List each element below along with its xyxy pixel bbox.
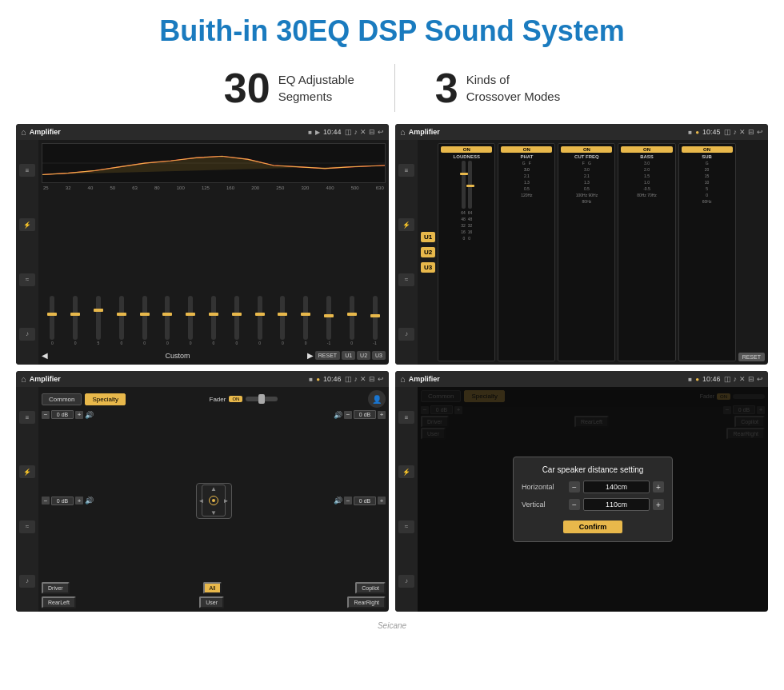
u3-crossover-btn[interactable]: U3 <box>421 262 435 273</box>
slider-track[interactable] <box>50 296 54 340</box>
reset-btn[interactable]: RESET <box>315 351 340 360</box>
u1-crossover-btn[interactable]: U1 <box>421 232 435 242</box>
lr-minus-btn[interactable]: − <box>42 497 50 505</box>
slider-thumb[interactable] <box>209 313 218 316</box>
rr-plus-btn[interactable]: + <box>378 497 386 505</box>
confirm-btn[interactable]: Confirm <box>563 520 623 533</box>
all-btn[interactable]: All <box>203 582 222 594</box>
vertical-plus-btn[interactable]: + <box>653 499 664 510</box>
sidebar-btn-c1[interactable]: ≡ <box>398 164 414 177</box>
slider-thumb[interactable] <box>278 313 287 316</box>
sidebar-btn-s3[interactable]: ≈ <box>19 520 35 533</box>
v-slider-l1[interactable] <box>462 161 466 209</box>
rr-minus-btn[interactable]: − <box>344 497 352 505</box>
eq-next-btn[interactable]: ▶ <box>307 351 314 360</box>
slider-track[interactable] <box>73 296 78 340</box>
specialty-tab-3[interactable]: Specialty <box>85 393 125 405</box>
sidebar-btn-d1[interactable]: ≡ <box>398 411 414 424</box>
slider-thumb[interactable] <box>301 313 310 316</box>
slider-thumb[interactable] <box>70 313 80 316</box>
u3-btn[interactable]: U3 <box>372 351 386 360</box>
driver-btn[interactable]: Driver <box>42 582 70 594</box>
sidebar-btn-d2[interactable]: ⚡ <box>398 465 414 478</box>
slider-thumb[interactable] <box>47 313 57 316</box>
slider-thumb[interactable] <box>466 185 474 187</box>
loudness-on[interactable]: ON <box>441 146 492 153</box>
home-icon[interactable]: ⌂ <box>21 127 26 137</box>
slider-thumb[interactable] <box>324 314 334 317</box>
u2-btn[interactable]: U2 <box>357 351 370 360</box>
horizontal-minus-btn[interactable]: − <box>569 481 580 493</box>
slider-thumb[interactable] <box>162 313 172 316</box>
rf-plus-btn[interactable]: + <box>378 411 386 419</box>
slider-track[interactable] <box>326 296 331 340</box>
u1-btn[interactable]: U1 <box>342 351 355 360</box>
rearright-btn[interactable]: RearRight <box>347 596 386 608</box>
down-arrow[interactable]: ▼ <box>210 509 217 517</box>
sidebar-btn-c4[interactable]: ♪ <box>398 328 414 341</box>
lr-plus-btn[interactable]: + <box>75 497 83 505</box>
slider-track[interactable] <box>303 296 308 340</box>
eq-prev-btn[interactable]: ◀ <box>42 351 48 360</box>
slider-track[interactable] <box>211 296 216 340</box>
slider-thumb[interactable] <box>140 313 150 316</box>
slider-track[interactable] <box>165 296 170 340</box>
home-icon-2[interactable]: ⌂ <box>400 127 406 137</box>
sidebar-btn-1[interactable]: ≡ <box>19 164 35 177</box>
slider-thumb[interactable] <box>370 314 380 317</box>
horizontal-plus-btn[interactable]: + <box>653 481 664 493</box>
sub-on[interactable]: ON <box>682 146 733 153</box>
slider-track[interactable] <box>350 296 354 340</box>
cutfreq-on[interactable]: ON <box>561 146 612 153</box>
slider-thumb[interactable] <box>232 313 242 316</box>
sidebar-btn-d4[interactable]: ♪ <box>398 575 414 588</box>
rr-db-input[interactable]: 0 dB <box>354 497 376 505</box>
sidebar-btn-c3[interactable]: ≈ <box>398 273 414 286</box>
sidebar-btn-s1[interactable]: ≡ <box>19 411 35 424</box>
slider-track[interactable] <box>280 296 285 340</box>
slider-track[interactable] <box>142 296 147 340</box>
slider-track[interactable] <box>188 296 193 340</box>
avatar-btn-3[interactable]: 👤 <box>368 390 386 408</box>
rf-minus-btn[interactable]: − <box>344 411 352 419</box>
vertical-minus-btn[interactable]: − <box>569 499 580 510</box>
slider-thumb[interactable] <box>460 173 468 175</box>
slider-track[interactable] <box>119 296 124 340</box>
lf-db-input[interactable]: 0 dB <box>51 410 74 419</box>
slider-thumb[interactable] <box>255 313 265 316</box>
sidebar-btn-c2[interactable]: ⚡ <box>398 218 414 231</box>
v-slider-l2[interactable] <box>468 161 472 209</box>
slider-thumb[interactable] <box>94 309 103 312</box>
bass-on[interactable]: ON <box>621 146 672 153</box>
copilot-btn[interactable]: Copilot <box>355 582 386 594</box>
slider-track[interactable] <box>373 296 378 340</box>
phat-on[interactable]: ON <box>501 146 552 153</box>
fader-slider[interactable] <box>246 397 278 401</box>
sidebar-btn-s2[interactable]: ⚡ <box>19 465 35 478</box>
up-arrow[interactable]: ▲ <box>210 485 217 493</box>
home-icon-4[interactable]: ⌂ <box>400 374 406 384</box>
sidebar-btn-4[interactable]: ♪ <box>19 328 35 341</box>
left-arrow[interactable]: ◄ <box>198 497 205 505</box>
u2-crossover-btn[interactable]: U2 <box>421 247 435 257</box>
slider-track[interactable] <box>234 296 239 340</box>
rearleft-btn[interactable]: RearLeft <box>42 596 76 608</box>
slider-thumb[interactable] <box>186 313 195 316</box>
home-icon-3[interactable]: ⌂ <box>21 374 26 384</box>
user-btn[interactable]: User <box>199 596 224 608</box>
crossover-reset-btn[interactable]: RESET <box>738 353 765 361</box>
slider-thumb[interactable] <box>347 313 357 316</box>
slider-track[interactable] <box>96 296 101 340</box>
slider-thumb[interactable] <box>117 313 126 316</box>
fader-on-toggle[interactable]: ON <box>229 396 242 402</box>
slider-track[interactable] <box>258 296 262 340</box>
sidebar-btn-s4[interactable]: ♪ <box>19 575 35 588</box>
lf-plus-btn[interactable]: + <box>75 411 83 419</box>
common-tab-3[interactable]: Common <box>42 393 82 405</box>
right-arrow[interactable]: ► <box>223 497 230 505</box>
lf-minus-btn[interactable]: − <box>42 411 50 419</box>
sidebar-btn-2[interactable]: ⚡ <box>19 218 35 231</box>
rf-db-input[interactable]: 0 dB <box>354 410 376 419</box>
sidebar-btn-3[interactable]: ≈ <box>19 273 35 286</box>
sidebar-btn-d3[interactable]: ≈ <box>398 520 414 533</box>
